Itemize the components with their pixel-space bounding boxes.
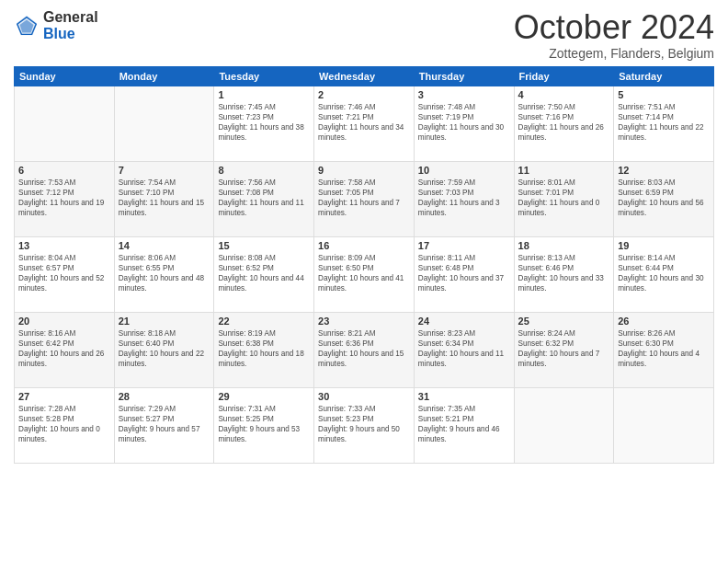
table-row	[514, 387, 614, 463]
table-row: 24Sunrise: 8:23 AMSunset: 6:34 PMDayligh…	[414, 312, 514, 387]
day-info: Sunrise: 8:01 AMSunset: 7:01 PMDaylight:…	[518, 178, 610, 218]
day-number: 19	[618, 240, 710, 251]
table-row	[614, 387, 714, 463]
day-info: Sunrise: 8:26 AMSunset: 6:30 PMDaylight:…	[618, 328, 710, 369]
day-number: 11	[518, 165, 610, 176]
table-row: 27Sunrise: 7:28 AMSunset: 5:28 PMDayligh…	[15, 387, 115, 463]
day-info: Sunrise: 7:29 AMSunset: 5:27 PMDaylight:…	[119, 404, 210, 444]
table-row: 25Sunrise: 8:24 AMSunset: 6:32 PMDayligh…	[514, 312, 614, 387]
day-info: Sunrise: 8:24 AMSunset: 6:32 PMDaylight:…	[518, 328, 610, 369]
day-number: 24	[418, 316, 510, 327]
day-number: 23	[318, 316, 410, 327]
day-number: 2	[318, 89, 410, 100]
col-friday: Friday	[514, 66, 614, 86]
day-info: Sunrise: 8:09 AMSunset: 6:50 PMDaylight:…	[318, 253, 410, 293]
day-info: Sunrise: 7:51 AMSunset: 7:14 PMDaylight:…	[618, 102, 710, 143]
month-title: October 2024	[514, 9, 714, 46]
day-number: 18	[518, 240, 610, 251]
table-row: 6Sunrise: 7:53 AMSunset: 7:12 PMDaylight…	[15, 161, 115, 236]
day-info: Sunrise: 7:33 AMSunset: 5:23 PMDaylight:…	[318, 404, 410, 444]
logo: General Blue	[14, 9, 98, 41]
table-row: 18Sunrise: 8:13 AMSunset: 6:46 PMDayligh…	[514, 236, 614, 312]
table-row: 8Sunrise: 7:56 AMSunset: 7:08 PMDaylight…	[214, 161, 314, 236]
col-sunday: Sunday	[15, 66, 115, 86]
day-info: Sunrise: 7:56 AMSunset: 7:08 PMDaylight:…	[218, 178, 310, 218]
table-row: 12Sunrise: 8:03 AMSunset: 6:59 PMDayligh…	[614, 161, 714, 236]
day-number: 25	[518, 316, 610, 327]
day-info: Sunrise: 7:35 AMSunset: 5:21 PMDaylight:…	[418, 404, 510, 444]
day-number: 4	[518, 89, 610, 100]
day-number: 29	[218, 391, 310, 402]
table-row: 5Sunrise: 7:51 AMSunset: 7:14 PMDaylight…	[614, 86, 714, 161]
col-tuesday: Tuesday	[214, 66, 314, 86]
day-info: Sunrise: 7:31 AMSunset: 5:25 PMDaylight:…	[218, 404, 310, 444]
table-row: 15Sunrise: 8:08 AMSunset: 6:52 PMDayligh…	[214, 236, 314, 312]
table-row: 10Sunrise: 7:59 AMSunset: 7:03 PMDayligh…	[414, 161, 514, 236]
calendar-header-row: Sunday Monday Tuesday Wednesday Thursday…	[15, 66, 714, 86]
day-number: 17	[418, 240, 510, 251]
col-wednesday: Wednesday	[314, 66, 415, 86]
day-info: Sunrise: 7:54 AMSunset: 7:10 PMDaylight:…	[119, 178, 210, 218]
table-row: 19Sunrise: 8:14 AMSunset: 6:44 PMDayligh…	[614, 236, 714, 312]
table-row: 16Sunrise: 8:09 AMSunset: 6:50 PMDayligh…	[314, 236, 415, 312]
calendar-week-row: 13Sunrise: 8:04 AMSunset: 6:57 PMDayligh…	[15, 236, 714, 312]
day-info: Sunrise: 8:06 AMSunset: 6:55 PMDaylight:…	[119, 253, 210, 293]
logo-text: General Blue	[43, 9, 98, 41]
table-row: 7Sunrise: 7:54 AMSunset: 7:10 PMDaylight…	[114, 161, 214, 236]
day-number: 8	[218, 165, 310, 176]
table-row	[114, 86, 214, 161]
day-number: 30	[318, 391, 410, 402]
day-number: 3	[418, 89, 510, 100]
title-block: October 2024 Zottegem, Flanders, Belgium	[514, 9, 714, 61]
location: Zottegem, Flanders, Belgium	[514, 46, 714, 61]
day-number: 10	[418, 165, 510, 176]
table-row: 2Sunrise: 7:46 AMSunset: 7:21 PMDaylight…	[314, 86, 415, 161]
day-number: 15	[218, 240, 310, 251]
logo-general: General	[43, 9, 98, 26]
col-thursday: Thursday	[414, 66, 514, 86]
day-info: Sunrise: 7:58 AMSunset: 7:05 PMDaylight:…	[318, 178, 410, 218]
table-row: 3Sunrise: 7:48 AMSunset: 7:19 PMDaylight…	[414, 86, 514, 161]
calendar: Sunday Monday Tuesday Wednesday Thursday…	[14, 66, 714, 464]
day-number: 6	[18, 165, 110, 176]
day-info: Sunrise: 8:13 AMSunset: 6:46 PMDaylight:…	[518, 253, 610, 293]
day-info: Sunrise: 7:50 AMSunset: 7:16 PMDaylight:…	[518, 102, 610, 143]
day-info: Sunrise: 7:45 AMSunset: 7:23 PMDaylight:…	[218, 102, 310, 143]
page-header: General Blue October 2024 Zottegem, Flan…	[14, 9, 714, 61]
day-number: 9	[318, 165, 410, 176]
table-row: 21Sunrise: 8:18 AMSunset: 6:40 PMDayligh…	[114, 312, 214, 387]
col-saturday: Saturday	[614, 66, 714, 86]
day-info: Sunrise: 8:21 AMSunset: 6:36 PMDaylight:…	[318, 328, 410, 369]
table-row: 9Sunrise: 7:58 AMSunset: 7:05 PMDaylight…	[314, 161, 415, 236]
day-info: Sunrise: 8:14 AMSunset: 6:44 PMDaylight:…	[618, 253, 710, 293]
table-row: 14Sunrise: 8:06 AMSunset: 6:55 PMDayligh…	[114, 236, 214, 312]
day-number: 28	[119, 391, 210, 402]
day-number: 5	[618, 89, 710, 100]
day-info: Sunrise: 8:19 AMSunset: 6:38 PMDaylight:…	[218, 328, 310, 369]
table-row: 11Sunrise: 8:01 AMSunset: 7:01 PMDayligh…	[514, 161, 614, 236]
table-row: 20Sunrise: 8:16 AMSunset: 6:42 PMDayligh…	[15, 312, 115, 387]
day-info: Sunrise: 8:11 AMSunset: 6:48 PMDaylight:…	[418, 253, 510, 293]
day-info: Sunrise: 8:08 AMSunset: 6:52 PMDaylight:…	[218, 253, 310, 293]
table-row: 4Sunrise: 7:50 AMSunset: 7:16 PMDaylight…	[514, 86, 614, 161]
table-row: 29Sunrise: 7:31 AMSunset: 5:25 PMDayligh…	[214, 387, 314, 463]
day-number: 20	[18, 316, 110, 327]
day-number: 12	[618, 165, 710, 176]
day-info: Sunrise: 8:16 AMSunset: 6:42 PMDaylight:…	[18, 328, 110, 369]
logo-blue: Blue	[43, 26, 98, 42]
day-info: Sunrise: 8:04 AMSunset: 6:57 PMDaylight:…	[18, 253, 110, 293]
day-number: 1	[218, 89, 310, 100]
day-number: 13	[18, 240, 110, 251]
table-row: 26Sunrise: 8:26 AMSunset: 6:30 PMDayligh…	[614, 312, 714, 387]
calendar-week-row: 6Sunrise: 7:53 AMSunset: 7:12 PMDaylight…	[15, 161, 714, 236]
day-info: Sunrise: 7:59 AMSunset: 7:03 PMDaylight:…	[418, 178, 510, 218]
day-number: 31	[418, 391, 510, 402]
day-info: Sunrise: 8:23 AMSunset: 6:34 PMDaylight:…	[418, 328, 510, 369]
day-info: Sunrise: 8:18 AMSunset: 6:40 PMDaylight:…	[119, 328, 210, 369]
day-number: 14	[119, 240, 210, 251]
table-row	[15, 86, 115, 161]
table-row: 30Sunrise: 7:33 AMSunset: 5:23 PMDayligh…	[314, 387, 415, 463]
table-row: 22Sunrise: 8:19 AMSunset: 6:38 PMDayligh…	[214, 312, 314, 387]
table-row: 17Sunrise: 8:11 AMSunset: 6:48 PMDayligh…	[414, 236, 514, 312]
calendar-week-row: 1Sunrise: 7:45 AMSunset: 7:23 PMDaylight…	[15, 86, 714, 161]
